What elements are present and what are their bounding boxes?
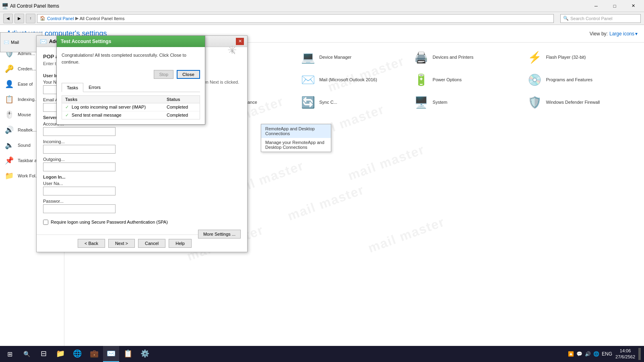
status-col-header: Status (163, 96, 200, 103)
breadcrumb-item-1[interactable]: Control Panel (47, 16, 74, 21)
tray-show-hidden[interactable]: 🔼 (568, 351, 574, 357)
grid-label-14: Windows Defender Firewall (546, 99, 600, 105)
taskbar-search-button[interactable]: 🔍 (19, 346, 34, 362)
window-titlebar: 🖥️ All Control Panel Items ─ □ ✕ (0, 0, 644, 12)
taskbar-notes[interactable]: 📋 (120, 346, 136, 362)
cancel-button[interactable]: Cancel (138, 239, 165, 248)
breadcrumb-home-icon: 🏠 (40, 16, 45, 21)
sidebar-icon-5: 🔊 (4, 125, 14, 135)
sidebar-label-4: Mouse (18, 112, 31, 117)
spa-checkbox[interactable] (43, 220, 48, 225)
forward-button[interactable]: ▶ (14, 14, 24, 23)
breadcrumb-sep: ▶ (75, 16, 78, 21)
taskbar-devtools[interactable]: ⚙️ (137, 346, 153, 362)
taskbar-mail[interactable]: ✉️ (103, 346, 119, 362)
grid-icon-14: 🛡️ (527, 95, 542, 109)
grid-label-3: Devices and Printers (433, 54, 474, 60)
system-tray-icons: 🔼 💬 🔊 🌐 ENG (568, 351, 612, 357)
breadcrumb[interactable]: 🏠 Control Panel ▶ All Control Panel Item… (37, 14, 554, 23)
tray-volume[interactable]: 🔊 (585, 351, 591, 357)
sidebar-icon-2: 👤 (4, 79, 14, 89)
clock-time: 14:06 (615, 348, 635, 354)
taskbar-office[interactable]: 💼 (86, 346, 102, 362)
address-bar: ◀ ▶ ↑ 🏠 Control Panel ▶ All Control Pane… (0, 12, 644, 25)
task-label-2: Send test email message (72, 113, 122, 117)
minimize-button[interactable]: ─ (587, 0, 605, 12)
taskbar-browser[interactable]: 🌐 (69, 346, 85, 362)
test-panel-body: Congratulations! All tests completed suc… (57, 47, 205, 124)
tray-lang[interactable]: ENG (602, 351, 612, 357)
grid-item-4[interactable]: ⚡ Flash Player (32-bit) (524, 46, 638, 68)
grid-label-8: Power Options (433, 77, 462, 82)
grid-item-9[interactable]: 💿 Programs and Features (524, 68, 638, 91)
sidebar-label-5: Realtek... (18, 128, 36, 132)
show-desktop-button[interactable] (638, 348, 641, 360)
more-settings-button[interactable]: More Settings ... (198, 230, 241, 239)
taskbar-file-explorer[interactable]: 📁 (52, 346, 68, 362)
context-menu-item-2[interactable]: Manage your RemoteApp and Desktop Connec… (261, 138, 331, 152)
tasks-table-header: Tasks Status (62, 96, 200, 103)
close-button[interactable]: ✕ (624, 0, 642, 12)
tasks-col-header: Tasks (62, 96, 163, 103)
add-account-close-button[interactable]: ✕ (236, 38, 244, 45)
table-row: ✓ Send test email message Completed (62, 111, 200, 119)
sidebar-icon-7: 📌 (4, 155, 14, 166)
next-button[interactable]: Next > (108, 239, 135, 248)
account-type-input[interactable] (43, 127, 116, 136)
tasks-table: Tasks Status ✓ Log onto incoming mail se… (62, 95, 200, 119)
task-label-1: Log onto incoming mail server (IMAP) (72, 105, 146, 109)
grid-icon-12: 🔄 (301, 95, 315, 109)
logon-info-label: Logon In... (43, 175, 116, 179)
incoming-row: Incoming... (43, 139, 116, 154)
back-button[interactable]: ◀ (3, 14, 13, 23)
test-account-settings-panel: Test Account Settings Congratulations! A… (56, 35, 205, 125)
test-panel-buttons: Stop Close (62, 70, 200, 79)
grid-item-13[interactable]: 🖥️ System (411, 91, 524, 113)
start-button[interactable]: ⊞ (0, 346, 19, 362)
taskbar-clock[interactable]: 14:06 27/6/2562 (615, 348, 635, 360)
username-input[interactable] (43, 187, 116, 195)
grid-item-12[interactable]: 🔄 Sync C... (297, 91, 411, 113)
search-placeholder: Search Control Panel (570, 16, 613, 21)
outgoing-row: Outgoing... (43, 157, 116, 171)
sidebar-icon-4: 🖱️ (4, 109, 14, 120)
grid-item-2[interactable]: 💻 Device Manager (297, 46, 411, 68)
status-cell-1: Completed (163, 103, 200, 111)
help-button[interactable]: Help (169, 239, 192, 248)
breadcrumb-item-2: All Control Panel Items (80, 16, 125, 21)
password-input[interactable] (43, 204, 116, 213)
dropdown-icon: ▾ (635, 31, 638, 37)
incoming-input[interactable] (43, 145, 116, 154)
view-by-label: View by: (590, 31, 608, 37)
window-controls: ─ □ ✕ (587, 0, 642, 12)
grid-item-8[interactable]: 🔋 Power Options (411, 68, 524, 91)
taskbar-task-view[interactable]: ⊟ (35, 346, 52, 362)
grid-item-3[interactable]: 🖨️ Devices and Printers (411, 46, 524, 68)
grid-label-13: System (433, 99, 448, 105)
up-button[interactable]: ↑ (26, 14, 35, 23)
incoming-label: Incoming... (43, 139, 116, 144)
search-box[interactable]: 🔍 Search Control Panel (560, 14, 641, 23)
tray-action-center[interactable]: 💬 (576, 351, 582, 357)
maximize-button[interactable]: □ (605, 0, 624, 12)
outgoing-input[interactable] (43, 162, 116, 171)
table-row: ✓ Log onto incoming mail server (IMAP) C… (62, 103, 200, 111)
errors-tab[interactable]: Errors (83, 83, 106, 92)
tasks-tab[interactable]: Tasks (62, 83, 83, 92)
grid-item-7[interactable]: ✉️ Mail (Microsoft Outlook 2016) (297, 68, 411, 91)
context-menu-item-1[interactable]: RemoteApp and Desktop Connections (261, 124, 331, 138)
view-by-section: View by: Large icons ▾ (590, 31, 638, 37)
grid-item-14[interactable]: 🛡️ Windows Defender Firewall (524, 91, 638, 113)
outgoing-label: Outgoing... (43, 157, 116, 162)
tray-network[interactable]: 🌐 (593, 351, 599, 357)
stop-button[interactable]: Stop (154, 70, 173, 79)
context-menu[interactable]: RemoteApp and Desktop Connections Manage… (261, 124, 331, 152)
grid-icon-3: 🖨️ (414, 50, 429, 64)
dialog-footer: < Back Next > Cancel Help (37, 234, 198, 252)
back-button[interactable]: < Back (78, 239, 105, 248)
close-test-button[interactable]: Close (177, 70, 200, 79)
view-by-dropdown[interactable]: Large icons ▾ (609, 31, 638, 37)
grid-label-9: Programs and Features (546, 77, 592, 82)
clock-date: 27/6/2562 (615, 354, 635, 360)
grid-label-2: Device Manager (319, 54, 351, 60)
